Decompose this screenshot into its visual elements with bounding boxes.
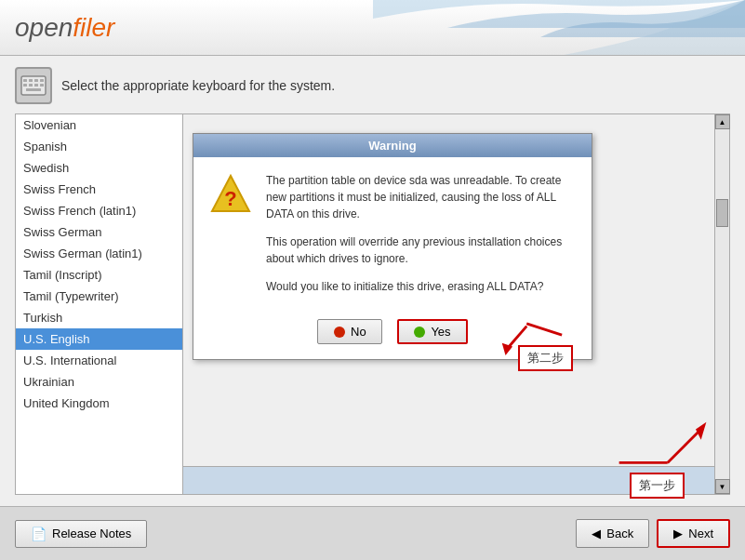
language-item[interactable]: Slovenian: [16, 114, 182, 136]
no-button[interactable]: No: [317, 319, 382, 344]
language-item[interactable]: Swedish: [16, 157, 182, 179]
right-panel: Warning ? The partition table on device …: [183, 114, 729, 494]
footer-left: 📄 Release Notes: [15, 520, 147, 548]
instruction-row: Select the appropriate keyboard for the …: [15, 67, 730, 104]
next-label: Next: [688, 527, 713, 540]
language-item[interactable]: Spanish: [16, 136, 182, 157]
second-step-annotation: 第二步: [518, 345, 573, 371]
language-item[interactable]: Swiss German (latin1): [16, 243, 182, 264]
first-step-annotation: 第一步: [630, 473, 685, 499]
svg-text:?: ?: [224, 187, 236, 210]
svg-rect-2: [29, 79, 33, 82]
svg-rect-9: [26, 88, 41, 91]
scrollbar-thumb[interactable]: [716, 199, 728, 227]
back-label: Back: [606, 527, 633, 540]
no-label: No: [351, 325, 366, 339]
right-scrollbar[interactable]: ▲ ▼: [714, 114, 729, 494]
yes-icon: [414, 327, 425, 338]
no-icon: [334, 327, 345, 338]
header: openfiler: [0, 0, 745, 56]
svg-rect-3: [34, 79, 38, 82]
warning-text: The partition table on device sda was un…: [266, 172, 577, 295]
language-item[interactable]: Tamil (Typewriter): [16, 286, 182, 307]
language-item[interactable]: Swiss French (latin1): [16, 200, 182, 221]
back-button[interactable]: ◀ Back: [576, 519, 649, 548]
language-item[interactable]: U.S. International: [16, 350, 182, 371]
release-notes-button[interactable]: 📄 Release Notes: [15, 520, 147, 548]
svg-line-15: [668, 428, 703, 463]
warning-title: Warning: [193, 134, 592, 157]
language-item[interactable]: U.S. English: [16, 328, 182, 350]
main-content: SlovenianSpanishSwedishSwiss FrenchSwiss…: [15, 113, 730, 495]
next-arrow-icon: ▶: [673, 527, 683, 540]
header-decoration: [373, 0, 745, 56]
language-item[interactable]: Tamil (Inscript): [16, 264, 182, 286]
warning-body: ? The partition table on device sda was …: [193, 157, 592, 310]
next-button[interactable]: ▶ Next: [657, 519, 730, 548]
warning-dialog: Warning ? The partition table on device …: [193, 133, 592, 360]
scrollbar-down-btn[interactable]: ▼: [715, 479, 730, 494]
keyboard-icon: [15, 67, 52, 104]
instruction-text: Select the appropriate keyboard for the …: [61, 78, 335, 93]
release-notes-icon: 📄: [31, 527, 47, 541]
language-item[interactable]: Ukrainian: [16, 371, 182, 393]
language-item[interactable]: United Kingdom: [16, 393, 182, 414]
svg-rect-4: [40, 79, 44, 82]
svg-rect-8: [40, 84, 44, 87]
svg-rect-7: [34, 84, 38, 87]
warning-triangle-icon: ?: [208, 172, 253, 217]
svg-rect-6: [29, 84, 33, 87]
language-item[interactable]: Swiss French: [16, 179, 182, 200]
yes-label: Yes: [431, 325, 450, 339]
scrollbar-track: [715, 129, 729, 479]
language-item[interactable]: Turkish: [16, 307, 182, 328]
svg-marker-16: [696, 422, 706, 440]
release-notes-label: Release Notes: [52, 527, 131, 540]
yes-button[interactable]: Yes: [397, 319, 467, 344]
footer-right: ◀ Back ▶ Next: [576, 519, 730, 548]
logo-text: openfiler: [15, 13, 114, 42]
svg-rect-1: [23, 79, 27, 82]
footer: 📄 Release Notes ◀ Back ▶ Next: [0, 506, 745, 560]
logo: openfiler: [15, 13, 114, 43]
body-area: Select the appropriate keyboard for the …: [0, 56, 745, 506]
language-list[interactable]: SlovenianSpanishSwedishSwiss FrenchSwiss…: [16, 114, 183, 494]
svg-rect-5: [23, 84, 27, 87]
back-arrow-icon: ◀: [592, 527, 601, 540]
scrollbar-up-btn[interactable]: ▲: [715, 114, 730, 129]
language-item[interactable]: Swiss German: [16, 221, 182, 243]
